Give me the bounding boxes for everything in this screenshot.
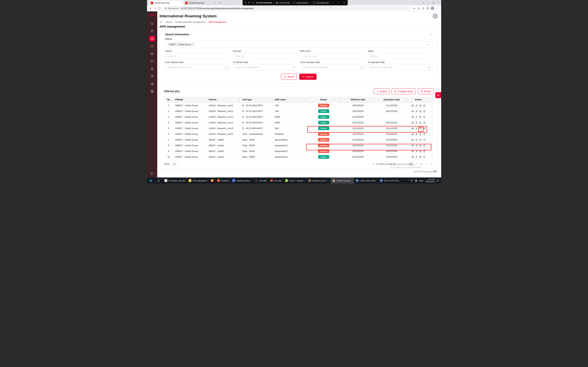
- sidebar-item-doc[interactable]: [149, 28, 155, 34]
- window-minimize-button[interactable]: —: [427, 1, 430, 4]
- taskbar-item-qt-vtt-cntt-01[interactable]: WQT.VTT.CNTT.01_...: [378, 177, 402, 184]
- last-page-button[interactable]: »: [429, 162, 434, 166]
- taskbar-item-re-export-tap-file[interactable]: ≡Re_Export_Tap_file: [163, 177, 187, 184]
- view-icon[interactable]: [411, 139, 414, 141]
- delete-icon[interactable]: [423, 156, 426, 158]
- drag-handle-icon[interactable]: [245, 1, 246, 4]
- edit-icon[interactable]: [415, 144, 418, 147]
- collapse-panel-icon[interactable]: [430, 33, 432, 36]
- home-icon[interactable]: [160, 21, 162, 23]
- bookmark-star-icon[interactable]: [422, 7, 425, 10]
- delete-icon[interactable]: [423, 127, 426, 130]
- view-icon[interactable]: [411, 144, 414, 147]
- reset-button[interactable]: Reset: [281, 74, 297, 80]
- view-icon[interactable]: [411, 127, 414, 130]
- edit-icon[interactable]: [415, 127, 418, 130]
- row-checkbox[interactable]: [431, 144, 433, 147]
- delete-icon[interactable]: [423, 150, 426, 153]
- row-checkbox[interactable]: [431, 156, 433, 158]
- view-icon[interactable]: [411, 156, 414, 158]
- taskbar-item-git-cmd[interactable]: >_Git CMD: [253, 177, 268, 184]
- browser-menu-icon[interactable]: ⋮: [436, 7, 439, 10]
- edit-icon[interactable]: [415, 156, 418, 158]
- sort-icon[interactable]: [305, 98, 306, 101]
- from-expiration-date-input[interactable]: Select from expiration date: [300, 64, 365, 70]
- lock-icon[interactable]: [419, 127, 422, 130]
- delete-icon[interactable]: [423, 116, 426, 118]
- taskbar-item-new-1-notepa[interactable]: N*new 1 - Notepa...: [283, 177, 306, 184]
- edit-icon[interactable]: [415, 116, 418, 118]
- row-checkbox[interactable]: [431, 127, 433, 130]
- pin-icon[interactable]: [248, 1, 251, 4]
- page-button-1[interactable]: 1: [409, 162, 413, 166]
- sidebar-item-box[interactable]: [149, 51, 155, 57]
- apn-name-input[interactable]: [300, 53, 365, 59]
- lock-icon[interactable]: [419, 156, 422, 158]
- start-button[interactable]: [147, 177, 155, 184]
- sidebar-item-home[interactable]: [149, 21, 155, 26]
- address-bar[interactable]: Not secure 10.207.252.137:9200/roaming-a…: [163, 6, 411, 10]
- sidebar-item-chart-active[interactable]: [149, 36, 155, 42]
- taskbar-clock[interactable]: 2:14 AM 10/21/2025: [425, 178, 434, 183]
- row-checkbox[interactable]: [431, 122, 433, 124]
- browser-tab-1[interactable]: V Viettel Roaming ×: [149, 0, 183, 5]
- affiliate-select[interactable]: VNMVT - Viettel Group ×: [165, 41, 432, 48]
- row-checkbox[interactable]: [431, 139, 433, 141]
- sidebar-item-modules[interactable]: [149, 89, 155, 94]
- sidebar-item-pie[interactable]: [149, 74, 155, 79]
- column-header-effective-date[interactable]: Effective date: [340, 97, 376, 103]
- sidebar-item-chat[interactable]: [149, 58, 155, 64]
- next-page-button[interactable]: ›: [424, 162, 429, 166]
- tab-close-icon[interactable]: ×: [215, 2, 216, 4]
- taskbar-item-roaming-center[interactable]: roaming-center-...: [230, 177, 253, 184]
- tray-expand-icon[interactable]: ^: [407, 180, 408, 182]
- password-manager-icon[interactable]: [413, 7, 416, 10]
- breadcrumb-rating[interactable]: Rating: [166, 21, 172, 23]
- usb-devices-button[interactable]: USB Devices: [293, 1, 308, 4]
- row-checkbox[interactable]: [431, 104, 433, 107]
- collapse-sidebar-icon[interactable]: [150, 172, 154, 175]
- settings-gear-button[interactable]: [435, 92, 441, 98]
- exit-fullscreen-button[interactable]: Exit Fullscreen: [313, 1, 329, 4]
- window-close-button[interactable]: ×: [438, 1, 439, 4]
- lock-icon[interactable]: [419, 139, 422, 141]
- tab-search-chevron-icon[interactable]: ∨: [422, 1, 424, 4]
- side-panel-icon[interactable]: [426, 7, 429, 10]
- toolbar-close-button[interactable]: ×: [343, 1, 346, 4]
- breadcrumb-rating-parameter-management[interactable]: Rating parameter management: [175, 21, 205, 23]
- column-header-partner[interactable]: Partner: [207, 97, 241, 103]
- browser-profile-avatar[interactable]: [431, 7, 434, 10]
- row-checkbox[interactable]: [431, 116, 433, 118]
- view-icon[interactable]: [411, 133, 414, 135]
- lock-icon[interactable]: [419, 133, 422, 135]
- edit-icon[interactable]: [415, 150, 418, 153]
- taskbar-item-postman[interactable]: Postman: [215, 177, 231, 184]
- ctrl-alt-del-button[interactable]: Ctrl+Alt+Del: [276, 1, 290, 4]
- language-globe-icon[interactable]: [415, 179, 417, 182]
- select-all-checkbox[interactable]: [431, 98, 433, 101]
- sort-icon[interactable]: [239, 98, 240, 101]
- view-icon[interactable]: [411, 104, 414, 107]
- row-checkbox[interactable]: [431, 150, 433, 153]
- search-button[interactable]: Search: [299, 74, 316, 80]
- action-center-icon[interactable]: [436, 179, 439, 182]
- edit-icon[interactable]: [415, 110, 418, 113]
- network-icon[interactable]: [410, 179, 413, 182]
- view-icon[interactable]: [411, 121, 414, 124]
- language-indicator[interactable]: ENG: [419, 180, 424, 182]
- taskbar-search-button[interactable]: [155, 177, 163, 184]
- delete-icon[interactable]: [423, 110, 426, 113]
- reload-button[interactable]: [158, 7, 161, 10]
- delete-icon[interactable]: [423, 144, 426, 147]
- taskbar-item-git-cmd[interactable]: Git CMD: [268, 177, 283, 184]
- lock-icon[interactable]: [419, 150, 422, 153]
- first-page-button[interactable]: «: [399, 162, 403, 166]
- lock-icon[interactable]: [419, 104, 422, 107]
- export-button[interactable]: Export: [374, 88, 389, 94]
- taskbar-item-tlgp-apn-mana[interactable]: WTLGP_APN mana...: [354, 177, 378, 184]
- sort-icon[interactable]: [339, 98, 340, 101]
- sidebar-item-dollar[interactable]: [149, 81, 155, 87]
- share-icon[interactable]: [417, 7, 420, 10]
- edit-icon[interactable]: [415, 104, 418, 107]
- call-type-select[interactable]: Select all: [233, 53, 297, 59]
